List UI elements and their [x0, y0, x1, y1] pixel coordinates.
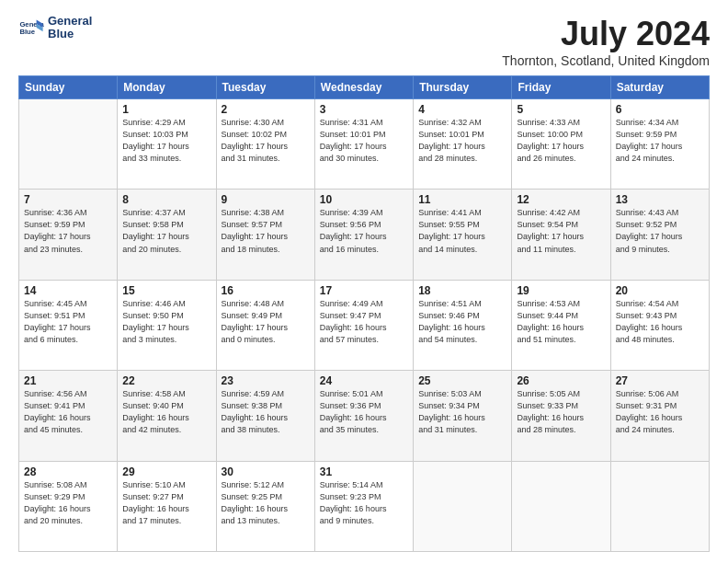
table-row: 26Sunrise: 5:05 AMSunset: 9:33 PMDayligh…	[512, 371, 610, 461]
day-info: Sunrise: 5:08 AMSunset: 9:29 PMDaylight:…	[24, 479, 112, 527]
day-info: Sunrise: 4:49 AMSunset: 9:47 PMDaylight:…	[320, 298, 408, 346]
header-row: Sunday Monday Tuesday Wednesday Thursday…	[19, 76, 710, 99]
table-row	[512, 461, 610, 551]
table-row: 7Sunrise: 4:36 AMSunset: 9:59 PMDaylight…	[19, 190, 118, 280]
day-number: 22	[122, 374, 210, 387]
day-number: 10	[320, 193, 408, 206]
day-number: 16	[222, 284, 310, 297]
calendar-week-row: 1Sunrise: 4:29 AMSunset: 10:03 PMDayligh…	[19, 99, 710, 190]
day-number: 20	[616, 284, 704, 297]
day-number: 15	[122, 284, 210, 297]
day-info: Sunrise: 4:54 AMSunset: 9:43 PMDaylight:…	[616, 298, 704, 346]
table-row: 29Sunrise: 5:10 AMSunset: 9:27 PMDayligh…	[118, 461, 216, 551]
day-info: Sunrise: 4:30 AMSunset: 10:02 PMDaylight…	[222, 117, 310, 165]
day-number: 31	[320, 465, 408, 478]
col-wednesday: Wednesday	[314, 76, 413, 99]
day-number: 14	[24, 284, 112, 297]
table-row: 24Sunrise: 5:01 AMSunset: 9:36 PMDayligh…	[314, 371, 413, 461]
table-row: 1Sunrise: 4:29 AMSunset: 10:03 PMDayligh…	[118, 99, 216, 190]
day-info: Sunrise: 4:51 AMSunset: 9:46 PMDaylight:…	[418, 298, 506, 346]
day-info: Sunrise: 4:53 AMSunset: 9:44 PMDaylight:…	[517, 298, 605, 346]
table-row: 16Sunrise: 4:48 AMSunset: 9:49 PMDayligh…	[216, 280, 314, 370]
svg-text:Blue: Blue	[19, 28, 35, 36]
day-number: 11	[418, 193, 506, 206]
day-info: Sunrise: 4:58 AMSunset: 9:40 PMDaylight:…	[122, 388, 210, 436]
subtitle: Thornton, Scotland, United Kingdom	[502, 53, 710, 68]
calendar-week-row: 28Sunrise: 5:08 AMSunset: 9:29 PMDayligh…	[19, 461, 710, 551]
table-row: 31Sunrise: 5:14 AMSunset: 9:23 PMDayligh…	[314, 461, 413, 551]
day-number: 21	[24, 374, 112, 387]
table-row: 5Sunrise: 4:33 AMSunset: 10:00 PMDayligh…	[512, 99, 610, 190]
table-row: 8Sunrise: 4:37 AMSunset: 9:58 PMDaylight…	[118, 190, 216, 280]
day-number: 6	[616, 103, 704, 116]
table-row: 17Sunrise: 4:49 AMSunset: 9:47 PMDayligh…	[314, 280, 413, 370]
day-info: Sunrise: 5:06 AMSunset: 9:31 PMDaylight:…	[616, 388, 704, 436]
day-number: 18	[418, 284, 506, 297]
table-row: 25Sunrise: 5:03 AMSunset: 9:34 PMDayligh…	[414, 371, 512, 461]
day-info: Sunrise: 5:01 AMSunset: 9:36 PMDaylight:…	[320, 388, 408, 436]
day-info: Sunrise: 4:42 AMSunset: 9:54 PMDaylight:…	[517, 207, 605, 255]
table-row: 9Sunrise: 4:38 AMSunset: 9:57 PMDaylight…	[216, 190, 314, 280]
calendar-table: Sunday Monday Tuesday Wednesday Thursday…	[18, 75, 710, 552]
col-saturday: Saturday	[610, 76, 709, 99]
table-row: 23Sunrise: 4:59 AMSunset: 9:38 PMDayligh…	[216, 371, 314, 461]
day-info: Sunrise: 4:46 AMSunset: 9:50 PMDaylight:…	[122, 298, 210, 346]
col-friday: Friday	[512, 76, 610, 99]
table-row: 20Sunrise: 4:54 AMSunset: 9:43 PMDayligh…	[610, 280, 709, 370]
table-row: 28Sunrise: 5:08 AMSunset: 9:29 PMDayligh…	[19, 461, 118, 551]
table-row: 22Sunrise: 4:58 AMSunset: 9:40 PMDayligh…	[118, 371, 216, 461]
day-info: Sunrise: 4:31 AMSunset: 10:01 PMDaylight…	[320, 117, 408, 165]
day-number: 30	[222, 465, 310, 478]
col-sunday: Sunday	[19, 76, 118, 99]
day-number: 4	[418, 103, 506, 116]
logo-icon: General Blue	[18, 15, 44, 40]
day-info: Sunrise: 4:32 AMSunset: 10:01 PMDaylight…	[418, 117, 506, 165]
day-number: 25	[418, 374, 506, 387]
day-info: Sunrise: 4:34 AMSunset: 9:59 PMDaylight:…	[616, 117, 704, 165]
day-number: 19	[517, 284, 605, 297]
table-row: 6Sunrise: 4:34 AMSunset: 9:59 PMDaylight…	[610, 99, 709, 190]
day-number: 13	[616, 193, 704, 206]
col-monday: Monday	[118, 76, 216, 99]
day-info: Sunrise: 5:03 AMSunset: 9:34 PMDaylight:…	[418, 388, 506, 436]
header: General Blue General Blue July 2024 Thor…	[18, 15, 710, 68]
day-number: 7	[24, 193, 112, 206]
day-info: Sunrise: 5:10 AMSunset: 9:27 PMDaylight:…	[122, 479, 210, 527]
day-number: 17	[320, 284, 408, 297]
table-row: 4Sunrise: 4:32 AMSunset: 10:01 PMDayligh…	[414, 99, 512, 190]
table-row	[414, 461, 512, 551]
day-info: Sunrise: 4:29 AMSunset: 10:03 PMDaylight…	[122, 117, 210, 165]
table-row: 18Sunrise: 4:51 AMSunset: 9:46 PMDayligh…	[414, 280, 512, 370]
main-title: July 2024	[502, 15, 710, 53]
day-info: Sunrise: 4:33 AMSunset: 10:00 PMDaylight…	[517, 117, 605, 165]
day-number: 1	[122, 103, 210, 116]
day-number: 8	[122, 193, 210, 206]
day-info: Sunrise: 4:45 AMSunset: 9:51 PMDaylight:…	[24, 298, 112, 346]
day-info: Sunrise: 4:43 AMSunset: 9:52 PMDaylight:…	[616, 207, 704, 255]
table-row: 13Sunrise: 4:43 AMSunset: 9:52 PMDayligh…	[610, 190, 709, 280]
table-row: 21Sunrise: 4:56 AMSunset: 9:41 PMDayligh…	[19, 371, 118, 461]
day-info: Sunrise: 4:36 AMSunset: 9:59 PMDaylight:…	[24, 207, 112, 255]
col-tuesday: Tuesday	[216, 76, 314, 99]
day-number: 29	[122, 465, 210, 478]
day-number: 26	[517, 374, 605, 387]
logo-text2: Blue	[48, 28, 92, 40]
day-number: 9	[222, 193, 310, 206]
table-row: 19Sunrise: 4:53 AMSunset: 9:44 PMDayligh…	[512, 280, 610, 370]
day-number: 24	[320, 374, 408, 387]
calendar-week-row: 14Sunrise: 4:45 AMSunset: 9:51 PMDayligh…	[19, 280, 710, 370]
logo: General Blue General Blue	[18, 15, 92, 41]
day-info: Sunrise: 4:59 AMSunset: 9:38 PMDaylight:…	[222, 388, 310, 436]
day-number: 27	[616, 374, 704, 387]
day-info: Sunrise: 4:38 AMSunset: 9:57 PMDaylight:…	[222, 207, 310, 255]
day-number: 23	[222, 374, 310, 387]
day-number: 5	[517, 103, 605, 116]
table-row	[19, 99, 118, 190]
col-thursday: Thursday	[414, 76, 512, 99]
day-number: 3	[320, 103, 408, 116]
table-row: 30Sunrise: 5:12 AMSunset: 9:25 PMDayligh…	[216, 461, 314, 551]
day-info: Sunrise: 4:37 AMSunset: 9:58 PMDaylight:…	[122, 207, 210, 255]
table-row: 3Sunrise: 4:31 AMSunset: 10:01 PMDayligh…	[314, 99, 413, 190]
table-row: 27Sunrise: 5:06 AMSunset: 9:31 PMDayligh…	[610, 371, 709, 461]
table-row: 12Sunrise: 4:42 AMSunset: 9:54 PMDayligh…	[512, 190, 610, 280]
